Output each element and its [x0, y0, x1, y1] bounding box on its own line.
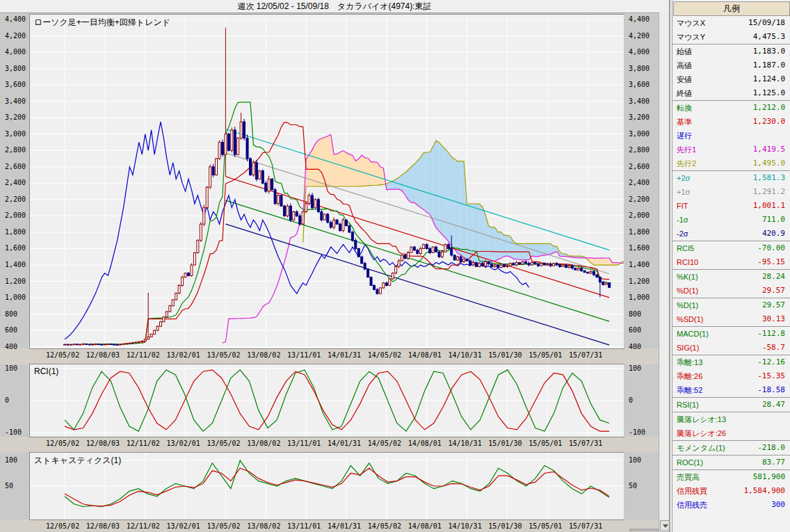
axis-tick-label: 3,800 [629, 65, 650, 72]
rci-left-axis: 1000-100 [0, 364, 30, 437]
axis-tick-label: 14/10/31 [449, 522, 482, 530]
legend-row: ROC(1)83.77 [672, 455, 790, 469]
axis-tick-label: 100 [629, 364, 641, 372]
axis-tick-label: 12/11/02 [127, 440, 160, 447]
legend-row: %K(1)28.24 [672, 269, 790, 284]
axis-tick-label: 3,400 [5, 97, 26, 105]
axis-tick-label: 15/01/30 [488, 351, 522, 359]
axis-tick-label: 15/07/31 [569, 522, 602, 530]
axis-tick-label: 12/08/03 [86, 522, 120, 530]
legend-row: 売買高581,900 [672, 469, 790, 484]
axis-tick-label: 12/11/02 [127, 351, 160, 359]
legend-row: 安値1,124.0 [672, 72, 790, 86]
axis-tick-label: 4,200 [629, 32, 650, 40]
axis-tick-label: 3,200 [629, 113, 650, 121]
legend-row: MACD(1)-112.8 [672, 326, 790, 341]
axis-tick-label: 2,200 [5, 195, 26, 203]
axis-tick-label: 2,600 [5, 163, 26, 170]
main-x-axis: 12/05/0212/08/0312/11/0213/02/0113/05/02… [0, 349, 659, 361]
legend-row: 遅行 [672, 129, 790, 143]
axis-tick-label: 4,200 [5, 32, 26, 40]
main-chart-plot[interactable]: ローソク足+一目均衡+回帰トレンド [29, 14, 624, 349]
axis-tick-label: -100 [5, 428, 22, 436]
legend-row: SIG(1)-58.7 [672, 341, 790, 355]
horizontal-scrollbar-thumb[interactable] [629, 529, 659, 531]
axis-tick-label: 13/11/01 [287, 440, 321, 447]
legend-rows: マウスX15/09/18マウスY4,475.3始値1,183.0高値1,187.… [672, 16, 790, 512]
axis-tick-label: 14/10/31 [449, 351, 482, 359]
vertical-scrollbar[interactable] [659, 13, 670, 532]
legend-row: 信用残買1,584,900 [672, 484, 790, 498]
axis-tick-label: 2,800 [629, 146, 650, 154]
axis-tick-label: 13/05/02 [207, 440, 240, 447]
axis-tick-label: 1,600 [629, 244, 650, 252]
legend-row: +2σ1,581.3 [672, 170, 790, 185]
axis-tick-label: 2,000 [629, 211, 650, 219]
axis-tick-label: 1,000 [629, 293, 650, 301]
legend-header: 凡例 [673, 1, 790, 16]
rci-chart-canvas[interactable] [30, 364, 624, 437]
axis-tick-label: 3,200 [5, 113, 26, 121]
axis-tick-label: 800 [629, 310, 641, 318]
legend-row: 先行11,419.5 [672, 143, 790, 156]
legend-row: 高値1,187.0 [672, 58, 790, 72]
axis-tick-label: 13/08/02 [247, 522, 280, 530]
axis-tick-label: 13/11/01 [287, 522, 321, 530]
stoch-x-axis: 12/05/0212/08/0312/11/0213/02/0113/05/02… [0, 520, 659, 532]
axis-tick-label: 1,200 [5, 277, 26, 285]
legend-row: 転換1,212.0 [672, 100, 790, 115]
axis-tick-label: 13/02/01 [167, 440, 200, 447]
axis-tick-label: 12/05/02 [46, 440, 79, 447]
axis-tick-label: 100 [5, 456, 17, 464]
axis-tick-label: 1,000 [5, 293, 26, 301]
axis-tick-label: 100 [5, 364, 17, 372]
axis-tick-label: 13/02/01 [167, 522, 200, 530]
axis-tick-label: 3,000 [629, 130, 650, 138]
axis-tick-label: 15/05/01 [529, 440, 562, 447]
axis-tick-label: 100 [629, 456, 641, 464]
legend-row: %D(1)29.57 [672, 284, 790, 298]
axis-tick-label: 13/08/02 [247, 351, 280, 359]
axis-tick-label: 1,400 [5, 261, 26, 268]
axis-tick-label: 13/05/02 [207, 522, 240, 530]
axis-tick-label: 14/01/31 [328, 440, 361, 447]
axis-tick-label: -100 [629, 428, 645, 436]
axis-tick-label: 2,400 [5, 179, 26, 186]
legend-row: 乖離:13-12.16 [672, 355, 790, 369]
axis-tick-label: 12/08/03 [86, 351, 120, 359]
axis-tick-label: 15/07/31 [569, 440, 602, 447]
legend-row: 基準1,230.0 [672, 115, 790, 129]
legend-row: RCI10-95.15 [672, 255, 790, 269]
legend-row: マウスY4,475.3 [672, 30, 790, 44]
axis-tick-label: 3,400 [629, 97, 650, 105]
axis-tick-label: 3,000 [5, 130, 26, 138]
stoch-chart-plot[interactable]: ストキャスティクス(1) [29, 452, 624, 520]
rci-chart-plot[interactable]: RCI(1) [29, 364, 624, 437]
legend-row: +1σ1,291.2 [672, 185, 790, 199]
axis-tick-label: 4,400 [629, 15, 650, 23]
axis-tick-label: 600 [5, 326, 17, 334]
axis-tick-label: 4,000 [5, 48, 26, 56]
axis-tick-label: 1,600 [5, 244, 26, 252]
axis-tick-label: 4,400 [5, 15, 26, 23]
axis-tick-label: 14/10/31 [449, 440, 482, 447]
axis-tick-label: 12/05/02 [46, 522, 79, 530]
chart-title: 週次 12/05/02 - 15/09/18 タカラバイオ(4974):東証 [237, 1, 431, 11]
axis-tick-label: 3,600 [5, 81, 26, 88]
rci-x-axis: 12/05/0212/08/0312/11/0213/02/0113/05/02… [0, 437, 659, 449]
axis-tick-label: 13/05/02 [207, 351, 240, 359]
legend-row: RCI5-70.00 [672, 241, 790, 255]
axis-tick-label: 3,800 [5, 65, 26, 72]
stoch-left-axis: 10050 [0, 453, 30, 519]
legend-row: %D(1)29.57 [672, 298, 790, 312]
legend-row: 騰落レシオ:26 [672, 426, 790, 440]
axis-tick-label: 12/08/03 [86, 440, 120, 447]
legend-row: 信用残売300 [672, 498, 790, 512]
axis-tick-label: 50 [5, 482, 13, 490]
legend-row: 始値1,183.0 [672, 44, 790, 58]
axis-tick-label: 2,600 [629, 163, 650, 170]
axis-tick-label: 14/08/01 [408, 522, 442, 530]
axis-tick-label: 15/07/31 [569, 351, 602, 359]
axis-tick-label: 0 [5, 396, 9, 404]
main-chart-canvas[interactable] [30, 15, 624, 348]
